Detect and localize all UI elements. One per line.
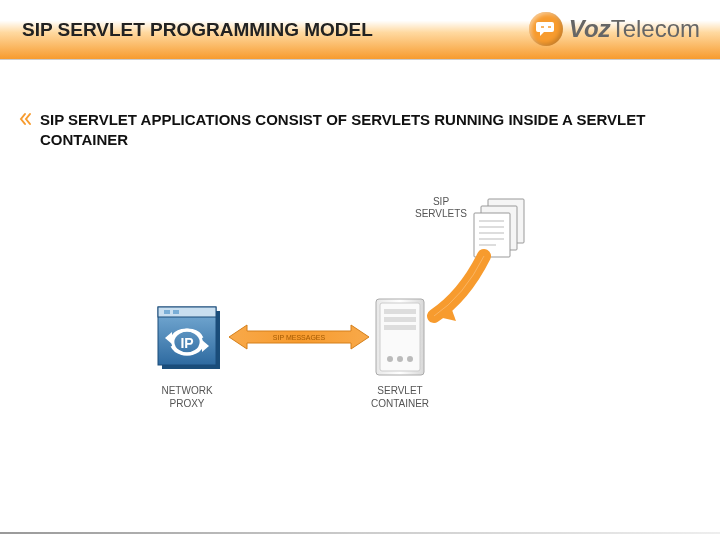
svg-rect-21 [164,310,170,314]
svg-rect-22 [173,310,179,314]
brand-name: VozTelecom [569,15,700,43]
curved-arrow-icon [434,256,484,321]
chevron-left-double-icon [18,112,32,130]
svg-point-16 [407,356,413,362]
ip-label: IP [180,335,193,351]
sip-servlets-label-l1: SIP [433,196,449,207]
sip-servlets-label-l2: SERVLETS [415,208,467,219]
network-proxy-icon: IP [158,307,220,369]
footer-divider [0,532,720,534]
architecture-diagram: SIP SERVLETS [18,191,690,441]
svg-rect-11 [384,309,416,314]
svg-rect-13 [384,325,416,330]
brand-prefix: Voz [569,15,611,42]
sip-messages-label: SIP MESSAGES [273,334,326,341]
network-proxy-label-l2: PROXY [169,398,204,409]
double-arrow-icon: SIP MESSAGES [229,325,369,349]
speech-bubble-icon [529,12,563,46]
svg-rect-12 [384,317,416,322]
svg-point-15 [397,356,403,362]
documents-icon [474,199,524,257]
svg-point-14 [387,356,393,362]
bullet-item: SIP SERVLET APPLICATIONS CONSIST OF SERV… [18,110,690,151]
slide-content: SIP SERVLET APPLICATIONS CONSIST OF SERV… [0,60,720,441]
servlet-container-label-l1: SERVLET [377,385,422,396]
network-proxy-label-l1: NETWORK [161,385,212,396]
server-icon [376,299,424,375]
brand-logo: VozTelecom [529,12,700,46]
brand-suffix: Telecom [611,15,700,42]
slide-title: SIP SERVLET PROGRAMMING MODEL [0,19,373,41]
servlet-container-label-l2: CONTAINER [371,398,429,409]
slide-header: SIP SERVLET PROGRAMMING MODEL VozTelecom [0,0,720,60]
svg-rect-2 [474,213,510,257]
bullet-text: SIP SERVLET APPLICATIONS CONSIST OF SERV… [40,110,690,151]
